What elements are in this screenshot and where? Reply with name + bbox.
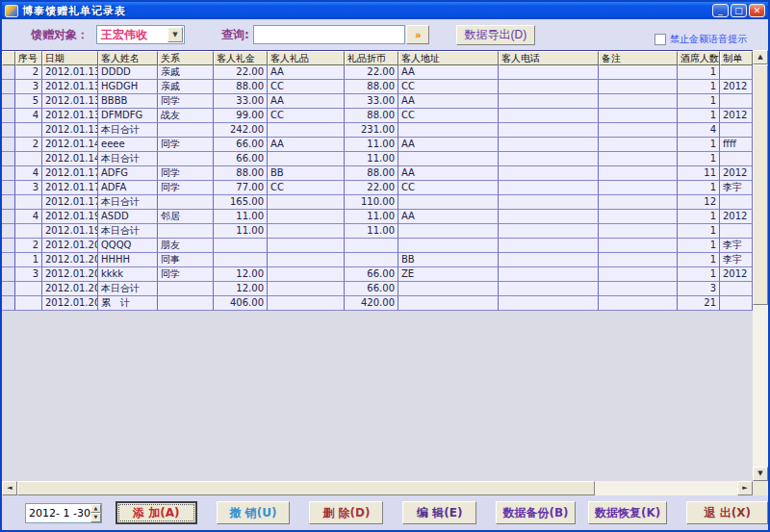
table-cell[interactable]: 李宇 [720, 239, 753, 253]
table-cell[interactable]: 2012.01.20 [42, 239, 98, 253]
table-cell[interactable] [158, 282, 214, 296]
table-cell[interactable]: 3 [15, 267, 42, 282]
table-cell[interactable] [268, 296, 345, 311]
table-cell[interactable]: 2012.01.13 [42, 109, 98, 123]
recipient-combobox[interactable]: 王宏伟收 ▼ [96, 25, 185, 44]
table-cell[interactable]: 1 [678, 109, 720, 123]
row-selector[interactable] [2, 166, 15, 181]
row-selector[interactable] [2, 109, 15, 123]
table-cell[interactable]: 1 [678, 181, 720, 195]
table-cell[interactable] [268, 123, 345, 138]
data-backup-button[interactable]: 数据备份(B) [496, 501, 576, 524]
table-cell[interactable] [499, 65, 599, 80]
table-cell[interactable] [345, 253, 398, 267]
table-cell[interactable] [268, 210, 345, 224]
table-cell[interactable]: 11.00 [214, 210, 268, 224]
table-cell[interactable]: 242.00 [214, 123, 268, 138]
table-cell[interactable]: 同学 [158, 94, 214, 109]
table-cell[interactable] [720, 224, 753, 239]
table-cell[interactable]: 22.00 [345, 65, 398, 80]
table-cell[interactable] [599, 195, 678, 210]
table-cell[interactable] [499, 195, 599, 210]
table-cell[interactable]: 11.00 [214, 224, 268, 239]
table-cell[interactable]: HHHH [98, 253, 158, 267]
table-cell[interactable]: CC [398, 80, 499, 94]
table-cell[interactable]: 66.00 [214, 138, 268, 152]
table-cell[interactable]: 2012 [720, 166, 753, 181]
table-cell[interactable]: 2012.01.17 [42, 181, 98, 195]
table-cell[interactable]: 2012.01.20 [42, 296, 98, 311]
table-row[interactable]: 2012.01.17本日合计165.00110.0012 [2, 195, 753, 210]
row-selector[interactable] [2, 138, 15, 152]
table-cell[interactable]: eeee [98, 138, 158, 152]
table-cell[interactable] [720, 296, 753, 311]
table-cell[interactable]: 亲戚 [158, 80, 214, 94]
date-picker[interactable]: 2012- 1 -30 ▲ ▼ [25, 503, 102, 523]
scroll-left-icon[interactable]: ◄ [2, 481, 17, 495]
table-row[interactable]: 32012.01.17ADFA同学77.00CC22.00CC1李宇 [2, 181, 753, 195]
table-cell[interactable] [214, 253, 268, 267]
table-cell[interactable]: AA [268, 138, 345, 152]
table-cell[interactable] [499, 210, 599, 224]
table-cell[interactable]: BB [268, 166, 345, 181]
table-cell[interactable]: 231.00 [345, 123, 398, 138]
table-cell[interactable]: 2012.01.13 [42, 80, 98, 94]
table-cell[interactable]: 1 [678, 253, 720, 267]
table-cell[interactable]: 战友 [158, 109, 214, 123]
table-cell[interactable]: 1 [678, 138, 720, 152]
table-cell[interactable]: 2012.01.14 [42, 138, 98, 152]
table-cell[interactable] [499, 253, 599, 267]
table-cell[interactable]: 88.00 [345, 80, 398, 94]
table-cell[interactable] [599, 210, 678, 224]
table-cell[interactable]: 同学 [158, 166, 214, 181]
table-cell[interactable]: 2012.01.14 [42, 152, 98, 166]
table-cell[interactable] [268, 267, 345, 282]
titlebar[interactable]: 博泰馈赠礼单记录表 _ □ ✕ [2, 2, 768, 19]
table-cell[interactable]: 11 [678, 166, 720, 181]
maximize-button[interactable]: □ [731, 4, 747, 17]
table-cell[interactable] [720, 123, 753, 138]
table-cell[interactable]: DFMDFG [98, 109, 158, 123]
table-cell[interactable]: 本日合计 [98, 123, 158, 138]
table-row[interactable]: 42012.01.17ADFG同学88.00BB88.00AA112012 [2, 166, 753, 181]
query-input[interactable] [253, 25, 405, 44]
scroll-down-icon[interactable]: ▼ [753, 467, 768, 481]
table-cell[interactable]: 4 [15, 109, 42, 123]
table-cell[interactable]: 本日合计 [98, 224, 158, 239]
table-row[interactable]: 2012.01.13本日合计242.00231.004 [2, 123, 753, 138]
exit-button[interactable]: 退 出(X) [686, 501, 768, 524]
column-header[interactable]: 备注 [599, 51, 678, 65]
table-cell[interactable]: 66.00 [345, 282, 398, 296]
table-cell[interactable]: 1 [678, 210, 720, 224]
table-cell[interactable]: 2012.01.19 [42, 210, 98, 224]
row-selector[interactable] [2, 296, 15, 311]
table-cell[interactable]: 本日合计 [98, 282, 158, 296]
table-cell[interactable]: 33.00 [345, 94, 398, 109]
table-cell[interactable] [15, 224, 42, 239]
table-cell[interactable]: AA [398, 65, 499, 80]
table-cell[interactable]: 4 [15, 166, 42, 181]
table-cell[interactable]: ADFA [98, 181, 158, 195]
table-row[interactable]: 2012.01.19本日合计11.0011.001 [2, 224, 753, 239]
table-cell[interactable] [158, 224, 214, 239]
table-cell[interactable]: 66.00 [214, 152, 268, 166]
table-cell[interactable] [15, 152, 42, 166]
table-cell[interactable]: CC [398, 109, 499, 123]
table-cell[interactable]: 2012.01.13 [42, 94, 98, 109]
row-selector[interactable] [2, 253, 15, 267]
table-cell[interactable] [214, 239, 268, 253]
table-cell[interactable]: 同学 [158, 267, 214, 282]
minimize-button[interactable]: _ [712, 4, 729, 17]
table-cell[interactable]: 420.00 [345, 296, 398, 311]
chevron-down-icon[interactable]: ▼ [167, 27, 183, 42]
table-cell[interactable]: 2012.01.13 [42, 123, 98, 138]
table-cell[interactable]: BBBB [98, 94, 158, 109]
row-selector[interactable] [2, 210, 15, 224]
table-cell[interactable]: 3 [678, 282, 720, 296]
table-cell[interactable]: 88.00 [345, 166, 398, 181]
table-row[interactable]: 32012.01.20kkkk同学12.0066.00ZE12012 [2, 267, 753, 282]
table-cell[interactable] [599, 267, 678, 282]
vertical-scroll-track[interactable] [753, 305, 768, 467]
edit-button[interactable]: 编 辑(E) [402, 501, 476, 524]
table-cell[interactable] [158, 296, 214, 311]
